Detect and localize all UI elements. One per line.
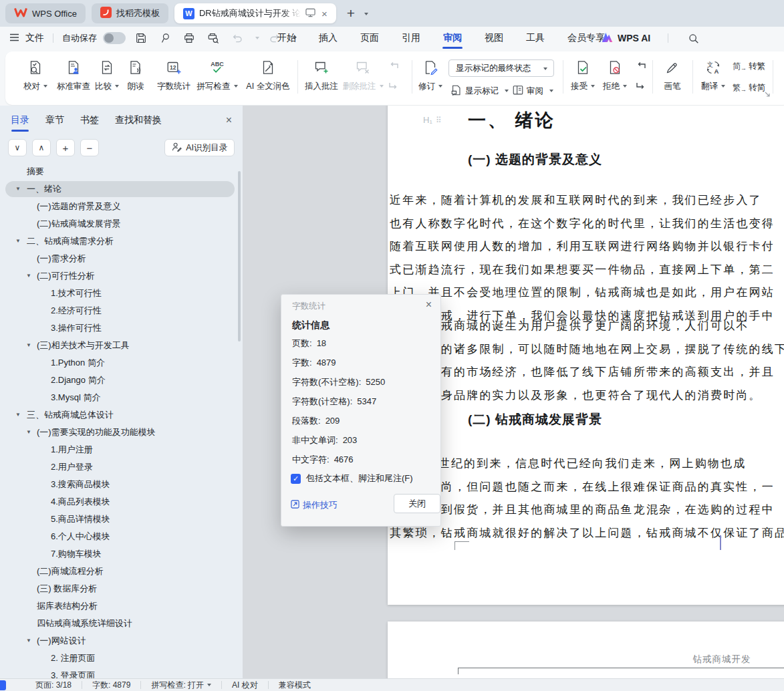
toc-item[interactable]: ▼ 据库表结构分析 (0, 597, 236, 615)
document-heading-1[interactable]: 一、 绪论 (468, 108, 555, 132)
tab-document[interactable]: W DR钻戒商城设计与开发 论文 × (174, 3, 336, 23)
document-heading-2[interactable]: (二) 钻戒商城发展背景 (468, 411, 602, 428)
review-pane-button[interactable]: 审阅 (512, 84, 553, 98)
document-paragraph[interactable]: 近年来，随着计算机的发展和互联网时代的到来，我们已经步入了也有人称数字化时代，在… (390, 189, 784, 327)
close-sidebar-icon[interactable]: × (226, 114, 232, 126)
toc-item[interactable]: ▼ 3.Mysql 简介 (0, 389, 236, 406)
tab-insert[interactable]: 插入 (307, 27, 349, 49)
sidebar-tab-find-replace[interactable]: 查找和替换 (115, 114, 162, 126)
toc-item[interactable]: ▼ 2. 注册页面 (0, 650, 236, 667)
autosave-toggle[interactable] (103, 32, 126, 44)
toc-item[interactable]: ▼ 1.技术可行性 (0, 285, 236, 302)
tab-reference[interactable]: 引用 (390, 27, 432, 49)
restrict-edit-button[interactable]: 限 (777, 55, 784, 100)
tab-tools[interactable]: 工具 (515, 27, 556, 49)
toc-item[interactable]: ▼ (三) 数据库分析 (0, 580, 236, 597)
sidebar-scrollbar[interactable] (238, 171, 241, 341)
toc-item[interactable]: ▼ (二)可行性分析 (0, 267, 236, 285)
spellcheck-indicator[interactable]: 拼写检查: 打开 (141, 680, 221, 691)
document-text-line[interactable]: 扩大了原有的市场经济，也降低了线下店铺所带来的高额支出，并且 (390, 361, 784, 384)
toc-item[interactable]: ▼ 4.商品列表模块 (0, 493, 236, 511)
close-tab-icon[interactable]: × (321, 8, 328, 19)
chevron-down-icon[interactable]: ▼ (15, 406, 21, 424)
insert-comment-button[interactable]: 插入批注 (299, 55, 344, 100)
toc-item[interactable]: ▼ (二)钻戒商城发展背景 (0, 215, 236, 233)
zoom-in-button[interactable]: + (56, 139, 75, 156)
expand-all-button[interactable]: ∨ (8, 139, 27, 156)
chevron-down-icon[interactable]: ▼ (26, 337, 31, 354)
to-simplified-button[interactable]: 繁→ 转简 (733, 82, 765, 94)
toc-item[interactable]: ▼ 1.Python 简介 (0, 354, 236, 372)
document-text-line[interactable]: 意义：钻戒商城的诞生为用户提供了更广阔的环境，人们可以不 (390, 315, 784, 338)
page-header-text[interactable]: 钻戒商城开发 (388, 654, 784, 666)
document-text-line[interactable]: 上门，并且不会受地理位置的限制，钻戒商城也是如此，用户在网站 (390, 281, 784, 305)
proofread-button[interactable]: 校对 (14, 55, 57, 100)
heading-level-badge[interactable]: H₁ ⠿ (423, 115, 441, 125)
chevron-down-icon[interactable]: ▼ (15, 233, 21, 250)
assistant-chip-icon[interactable] (0, 680, 6, 690)
toc-item[interactable]: ▼ (三)相关技术与开发工具 (0, 337, 236, 354)
word-count-button[interactable]: 12 字数统计 (152, 55, 195, 100)
document-text-line[interactable]: 近年来，随着计算机的发展和互联网时代的到来，我们已经步入了 (390, 189, 784, 213)
group-expand-icon[interactable] (765, 92, 771, 99)
tab-list-chevron-icon[interactable] (361, 7, 368, 19)
toc-item[interactable]: ▼ 3.操作可行性 (0, 319, 236, 337)
print-icon[interactable] (180, 29, 198, 47)
show-markup-button[interactable]: 显示标记 (450, 84, 509, 98)
wps-ai-button[interactable]: WPS AI (601, 32, 650, 45)
screen-share-icon[interactable] (305, 8, 315, 19)
toc-item[interactable]: ▼ 摘要 (0, 163, 236, 180)
save-icon[interactable] (132, 29, 150, 47)
accept-button[interactable]: 接受 (565, 55, 600, 100)
chevron-down-icon[interactable]: ▼ (26, 267, 31, 285)
document-text-line[interactable]: 也有人称数字化时代，在这个数字化的时代里，让我们的生活也变得 (390, 213, 784, 236)
chevron-down-icon[interactable]: ▼ (26, 632, 31, 650)
markup-state-dropdown[interactable]: 显示标记的最终状态 (448, 59, 554, 77)
search-icon[interactable] (684, 29, 702, 47)
document-page-2[interactable] (388, 621, 784, 678)
tab-wps-home[interactable]: WPS Office (5, 3, 86, 23)
brush-button[interactable]: 画笔 (655, 55, 690, 100)
toc-item[interactable]: ▼ 2.用户登录 (0, 458, 236, 476)
toc-item[interactable]: ▼ (一)网站设计 (0, 632, 236, 650)
toc-item[interactable]: ▼ 四钻戒商城系统详细设计 (0, 615, 236, 632)
next-change-button[interactable] (632, 78, 650, 93)
page-indicator[interactable]: 页面: 3/18 (25, 680, 82, 691)
document-text-line[interactable]: 的消费时尚，但问题也随之而来，在线上很难保证商品的真实性，一 (390, 476, 784, 499)
reject-button[interactable]: 拒绝 (598, 55, 632, 100)
close-dialog-icon[interactable]: × (426, 299, 432, 311)
toc-item[interactable]: ▼ (二)商城流程分析 (0, 563, 236, 580)
tab-review[interactable]: 审阅 (432, 27, 473, 49)
ai-recognize-toc-button[interactable]: AI识别目录 (164, 139, 235, 156)
spell-check-button[interactable]: ABC 拼写检查 (194, 55, 241, 100)
word-count-dialog[interactable]: 字数统计 × 统计信息 页数: 18 字数: 4879 字符数(不计空格): 5… (281, 294, 441, 527)
sidebar-tab-bookmarks[interactable]: 书签 (80, 114, 99, 126)
sidebar-tab-toc[interactable]: 目录 (11, 114, 29, 126)
tab-docer-templates[interactable]: 找稻壳模板 (92, 3, 168, 23)
document-text-line[interactable]: 其繁琐，钻戒商城就很好的解决了以上问题，钻戒商城不仅保证了商品 (390, 522, 784, 545)
document-text-line[interactable]: 随着互联网使用人数的增加，利用互联网进行网络购物并以银行卡付 (390, 235, 784, 259)
toc-item[interactable]: ▼ 6.个人中心模块 (0, 528, 236, 545)
tab-view[interactable]: 视图 (473, 27, 515, 49)
hamburger-menu-icon[interactable] (9, 33, 19, 43)
document-text-line[interactable]: 随着 21 世纪的到来，信息时代已经向我们走来，网上购物也成 (390, 452, 784, 476)
toc-item[interactable]: ▼ 3. 登录页面 (0, 667, 236, 678)
toc-item[interactable]: ▼ (一)需要实现的功能及功能模块 (0, 424, 236, 441)
print-preview-icon[interactable] (204, 29, 222, 47)
file-menu[interactable]: 文件 (25, 32, 44, 44)
toc-item[interactable]: ▼ 3.搜索商品模块 (0, 476, 236, 493)
tab-page[interactable]: 页面 (349, 27, 390, 49)
document-text-line[interactable]: 易就会买到假货，并且其他商城里的商品鱼龙混杂，在选购的过程中 (390, 499, 784, 522)
chevron-down-icon[interactable]: ▼ (15, 180, 21, 198)
collapse-all-button[interactable]: ∧ (32, 139, 51, 156)
export-icon[interactable] (156, 29, 174, 47)
toc-item[interactable]: ▼ 一、绪论 (0, 180, 236, 198)
word-count-indicator[interactable]: 字数: 4879 (82, 680, 140, 691)
drag-handle-icon[interactable]: ⠿ (436, 116, 441, 125)
document-text-line[interactable]: 传统购物的诸多限制，可以随时随地地在网上交易，摆脱了传统的线下 (390, 338, 784, 362)
document-text-line[interactable]: 式已渐趋流行，现在我们如果想要买一件物品，直接网上下单，第二 (390, 259, 784, 282)
previous-change-button[interactable] (632, 58, 650, 73)
toc-item[interactable]: ▼ 1.用户注册 (0, 441, 236, 458)
document-heading-2[interactable]: (一) 选题的背景及意义 (468, 151, 602, 168)
tips-link[interactable]: 操作技巧 (291, 499, 338, 511)
